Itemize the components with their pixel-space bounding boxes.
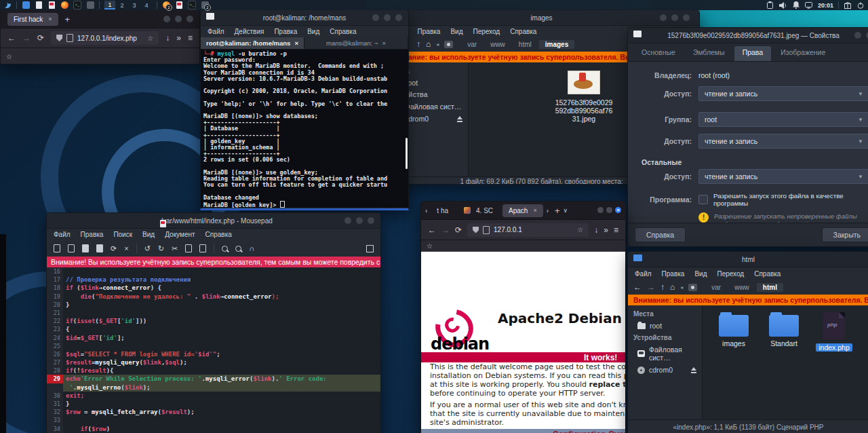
back-icon[interactable]: ← bbox=[633, 282, 642, 292]
menu-item-Вид[interactable]: Вид bbox=[450, 28, 462, 35]
url-text[interactable]: 127.0.0.1 bbox=[494, 226, 573, 233]
forward-icon[interactable]: → bbox=[647, 282, 655, 292]
workspace-4[interactable]: 4 bbox=[141, 1, 152, 10]
help-button[interactable]: Справка bbox=[635, 227, 686, 242]
minimize-button[interactable] bbox=[372, 14, 379, 21]
close-button[interactable] bbox=[368, 217, 374, 224]
tab-Основные[interactable]: Основные bbox=[633, 46, 684, 61]
path-button-html[interactable]: html bbox=[757, 283, 783, 292]
scroll-tabs-left-icon[interactable]: ‹ bbox=[425, 207, 427, 214]
files-launcher-icon[interactable] bbox=[22, 1, 30, 10]
taskbar-terminal-icon[interactable]: >_ bbox=[188, 1, 196, 10]
group-access-dropdown[interactable]: чтение и запись ▼ bbox=[698, 134, 868, 149]
paste-icon[interactable] bbox=[199, 244, 206, 252]
path-button-var[interactable]: var bbox=[461, 40, 483, 49]
copy-icon[interactable] bbox=[185, 244, 192, 252]
menu-item-Правка[interactable]: Правка bbox=[418, 28, 441, 35]
tab-image-viewer[interactable]: 4. SC bbox=[458, 204, 499, 217]
sidebar-item--[interactable]: Файловая сист… bbox=[628, 343, 702, 364]
menu-icon[interactable]: ≡ bbox=[188, 33, 193, 43]
menu-item-Переход[interactable]: Переход bbox=[473, 28, 500, 35]
others-access-dropdown[interactable]: чтение и запись ▼ bbox=[698, 169, 868, 184]
close-dialog-button[interactable]: Закрыть bbox=[822, 227, 868, 242]
menu-item-Поиск[interactable]: Поиск bbox=[113, 231, 132, 238]
tab-partial[interactable]: t ha bbox=[431, 204, 454, 217]
bookmark-icon[interactable]: ☆ bbox=[6, 53, 12, 60]
overflow-icon[interactable]: » bbox=[176, 33, 181, 43]
new-document-icon[interactable] bbox=[54, 244, 60, 252]
forward-icon[interactable]: → bbox=[22, 33, 31, 43]
search-replace-icon[interactable] bbox=[235, 246, 241, 252]
new-tab-button[interactable]: + bbox=[555, 206, 560, 216]
code-editor[interactable]: 16 17// Проверка результата подключения1… bbox=[47, 267, 380, 433]
tab-close-icon[interactable]: × bbox=[533, 207, 536, 214]
app-launcher-icon[interactable] bbox=[86, 1, 94, 10]
cut-icon[interactable]: ✂ bbox=[172, 244, 178, 253]
path-collapse-icon[interactable]: ◂ bbox=[680, 284, 683, 290]
up-icon[interactable]: ↑ bbox=[660, 282, 665, 292]
url-bar[interactable]: 127.0.0.1 ☆ bbox=[467, 223, 589, 237]
menu-item-Справка[interactable]: Справка bbox=[754, 270, 781, 278]
menu-item-Вид[interactable]: Вид bbox=[142, 231, 155, 238]
title-bar[interactable]: root@kaliman: /home/mans bbox=[201, 10, 408, 26]
tab-Права[interactable]: Права bbox=[734, 46, 772, 61]
reload-icon[interactable]: ⟳ bbox=[111, 244, 117, 253]
bookmark-star-icon[interactable]: ☆ bbox=[577, 226, 583, 233]
undo-icon[interactable]: ↺ bbox=[144, 244, 151, 253]
up-icon[interactable]: ↑ bbox=[416, 39, 420, 49]
kali-menu-icon[interactable] bbox=[3, 1, 12, 10]
tab-Изображение[interactable]: Изображение bbox=[772, 46, 833, 61]
menu-item-Вид[interactable]: Вид bbox=[307, 28, 319, 35]
image-thumbnail[interactable] bbox=[568, 71, 600, 94]
tab-Эмблемы[interactable]: Эмблемы bbox=[685, 46, 733, 61]
close-document-icon[interactable]: × bbox=[124, 244, 128, 252]
volume-icon[interactable] bbox=[779, 1, 787, 10]
tab-apache[interactable]: Apach × bbox=[502, 204, 543, 217]
home-icon[interactable]: ⌂ bbox=[670, 282, 675, 292]
file-name[interactable]: 15276b3f09e0029 bbox=[540, 98, 628, 107]
menu-item-Файл[interactable]: Файл bbox=[635, 270, 652, 278]
maximize-button[interactable] bbox=[606, 207, 612, 213]
close-button[interactable]: × bbox=[615, 207, 621, 213]
close-button[interactable] bbox=[683, 14, 690, 21]
fullscreen-icon[interactable] bbox=[366, 245, 374, 252]
save-as-icon[interactable] bbox=[96, 244, 103, 252]
maximize-button[interactable] bbox=[356, 217, 363, 224]
title-bar[interactable]: 15276b3f09e0029592db899056af7631.jpeg — … bbox=[628, 28, 868, 43]
go-to-line-icon[interactable]: ∩ bbox=[249, 244, 254, 252]
sidebar-item-cdrom0[interactable]: cdrom0 bbox=[628, 364, 702, 376]
taskbar-firefox-icon[interactable]: 2 bbox=[162, 1, 170, 10]
back-icon[interactable]: ← bbox=[428, 225, 436, 235]
tab-close-icon[interactable]: × bbox=[48, 16, 52, 22]
download-icon[interactable]: ↓ bbox=[165, 33, 170, 43]
media-drive-icon[interactable] bbox=[688, 284, 697, 291]
eject-icon[interactable] bbox=[457, 116, 462, 119]
file-view[interactable]: imagesStandartindex.php bbox=[703, 305, 868, 419]
menu-item-Действия[interactable]: Действия bbox=[235, 28, 264, 35]
menu-item-Правка[interactable]: Правка bbox=[662, 270, 685, 278]
terminal-tab[interactable]: root@kaliman: /home/mans× bbox=[201, 37, 304, 49]
maximize-button[interactable] bbox=[854, 32, 861, 39]
close-button[interactable] bbox=[186, 16, 193, 22]
menu-item-Переход[interactable]: Переход bbox=[717, 270, 744, 278]
bookmark-icon[interactable]: ☆ bbox=[427, 242, 433, 250]
menu-item-Файл[interactable]: Файл bbox=[54, 231, 71, 238]
title-bar[interactable]: html bbox=[628, 252, 868, 267]
url-text[interactable]: 127.0.0.1/index.php bbox=[77, 35, 143, 42]
save-icon[interactable] bbox=[82, 244, 89, 252]
list-tabs-icon[interactable]: ∨ bbox=[564, 207, 568, 214]
reload-icon[interactable]: ⟳ bbox=[455, 225, 462, 235]
title-bar[interactable]: /var/www/html/index.php - Mousepad bbox=[47, 213, 380, 229]
scrollbar[interactable] bbox=[406, 138, 408, 169]
download-icon[interactable]: ↓ bbox=[594, 225, 598, 235]
path-button-images[interactable]: images bbox=[539, 40, 574, 49]
redo-icon[interactable]: ↻ bbox=[158, 244, 164, 253]
maximize-button[interactable] bbox=[175, 16, 182, 22]
owner-access-dropdown[interactable]: чтение и запись ▼ bbox=[698, 86, 868, 101]
file-item-images[interactable]: images bbox=[713, 311, 754, 347]
home-icon[interactable]: ⌂ bbox=[426, 39, 431, 49]
workspace-2[interactable]: 2 bbox=[117, 1, 127, 10]
package-icon[interactable] bbox=[844, 1, 852, 10]
url-bar[interactable]: 127.0.0.1/index.php ☆ bbox=[51, 31, 159, 45]
tab-first-hack[interactable]: First hack × bbox=[7, 13, 58, 26]
